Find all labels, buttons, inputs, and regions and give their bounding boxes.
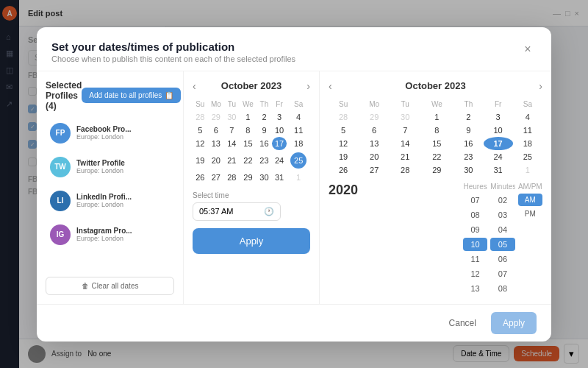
right-cal-day-2-2[interactable]: 14 [390, 137, 420, 150]
left-cal-day-3-2[interactable]: 21 [224, 150, 240, 171]
right-cal-day-2-0[interactable]: 12 [329, 137, 358, 150]
left-cal-day-4-1[interactable]: 27 [208, 171, 224, 184]
right-cal-day-4-1[interactable]: 27 [358, 163, 390, 177]
left-cal-day-1-1[interactable]: 6 [208, 124, 224, 137]
ampm-item-am[interactable]: AM [518, 194, 542, 206]
left-cal-day-1-5[interactable]: 10 [272, 124, 287, 137]
minute-item-08[interactable]: 08 [490, 282, 514, 295]
right-cal-day-4-2[interactable]: 28 [390, 163, 420, 177]
left-cal-day-2-4[interactable]: 16 [257, 137, 272, 150]
left-cal-day-3-6[interactable]: 25 [287, 150, 310, 171]
minute-item-07[interactable]: 07 [490, 267, 514, 280]
left-cal-day-2-1[interactable]: 13 [208, 137, 224, 150]
right-cal-day-3-2[interactable]: 21 [390, 150, 420, 163]
left-cal-day-2-3[interactable]: 15 [240, 137, 257, 150]
left-cal-day-4-2[interactable]: 28 [224, 171, 240, 184]
left-cal-day-1-3[interactable]: 8 [240, 124, 257, 137]
left-cal-day-0-1[interactable]: 29 [208, 110, 224, 124]
profile-card-facebook[interactable]: FP Facebook Pro... Europe: London [46, 118, 174, 148]
right-cal-day-0-6[interactable]: 4 [513, 110, 542, 124]
left-cal-day-3-5[interactable]: 24 [272, 150, 287, 171]
right-cal-day-0-0[interactable]: 28 [329, 110, 358, 124]
right-cal-day-2-3[interactable]: 15 [420, 137, 453, 150]
time-input[interactable]: 05:37 AM 🕐 [193, 202, 281, 221]
hour-item-10[interactable]: 10 [463, 238, 487, 251]
right-cal-day-2-5[interactable]: 17 [484, 137, 513, 150]
left-cal-day-1-6[interactable]: 11 [287, 124, 310, 137]
left-cal-day-0-6[interactable]: 4 [287, 110, 310, 124]
right-cal-day-4-4[interactable]: 30 [453, 163, 483, 177]
profile-card-twitter[interactable]: TW Twitter Profile Europe: London [46, 152, 174, 182]
right-cal-day-0-2[interactable]: 30 [390, 110, 420, 124]
apply-button[interactable]: Apply [193, 228, 310, 254]
left-cal-day-3-3[interactable]: 22 [240, 150, 257, 171]
apply-modal-button[interactable]: Apply [491, 312, 537, 334]
right-cal-day-3-0[interactable]: 19 [329, 150, 358, 163]
right-cal-day-3-6[interactable]: 25 [513, 150, 542, 163]
minute-item-06[interactable]: 06 [490, 252, 514, 266]
right-cal-day-1-3[interactable]: 8 [420, 124, 453, 137]
minute-item-03[interactable]: 03 [490, 208, 514, 222]
left-cal-day-3-1[interactable]: 20 [208, 150, 224, 171]
right-cal-day-1-6[interactable]: 11 [513, 124, 542, 137]
left-cal-day-4-3[interactable]: 29 [240, 171, 257, 184]
ampm-list[interactable]: AMPM [518, 194, 542, 220]
add-date-all-profiles-button[interactable]: Add date to all profiles 📋 [82, 88, 181, 103]
right-cal-day-2-4[interactable]: 16 [453, 137, 483, 150]
minutes-list[interactable]: 02030405060708 [490, 194, 514, 295]
right-cal-day-0-3[interactable]: 1 [420, 110, 453, 124]
left-cal-day-1-4[interactable]: 9 [257, 124, 272, 137]
right-cal-day-3-3[interactable]: 22 [420, 150, 453, 163]
right-cal-next-button[interactable]: › [539, 80, 542, 92]
left-cal-day-1-0[interactable]: 5 [193, 124, 208, 137]
minute-item-02[interactable]: 02 [490, 194, 514, 207]
right-cal-day-4-5[interactable]: 31 [484, 163, 513, 177]
cancel-button[interactable]: Cancel [440, 314, 485, 333]
left-cal-day-1-2[interactable]: 7 [224, 124, 240, 137]
minute-item-04[interactable]: 04 [490, 223, 514, 236]
right-cal-day-1-0[interactable]: 5 [329, 124, 358, 137]
left-cal-day-4-5[interactable]: 31 [272, 171, 287, 184]
ampm-item-pm[interactable]: PM [518, 208, 542, 220]
right-cal-day-4-3[interactable]: 29 [420, 163, 453, 177]
right-cal-day-1-1[interactable]: 6 [358, 124, 390, 137]
left-cal-next-button[interactable]: › [306, 80, 310, 92]
right-cal-day-2-6[interactable]: 18 [513, 137, 542, 150]
right-cal-day-0-1[interactable]: 29 [358, 110, 390, 124]
hour-item-13[interactable]: 13 [463, 282, 487, 295]
right-cal-day-2-1[interactable]: 13 [358, 137, 390, 150]
left-cal-day-2-2[interactable]: 14 [224, 137, 240, 150]
right-cal-day-1-4[interactable]: 9 [453, 124, 483, 137]
left-cal-day-3-0[interactable]: 19 [193, 150, 208, 171]
right-cal-prev-button[interactable]: ‹ [329, 80, 332, 92]
right-cal-day-3-1[interactable]: 20 [358, 150, 390, 163]
left-cal-day-0-2[interactable]: 30 [224, 110, 240, 124]
left-cal-day-4-0[interactable]: 26 [193, 171, 208, 184]
left-cal-day-2-5[interactable]: 17 [272, 137, 287, 150]
right-cal-day-4-0[interactable]: 26 [329, 163, 358, 177]
left-cal-day-0-3[interactable]: 1 [240, 110, 257, 124]
hour-item-12[interactable]: 12 [463, 267, 487, 280]
right-cal-day-0-5[interactable]: 3 [484, 110, 513, 124]
left-cal-day-2-0[interactable]: 12 [193, 137, 208, 150]
hours-list[interactable]: 07080910111213 [463, 194, 487, 295]
left-cal-day-0-0[interactable]: 28 [193, 110, 208, 124]
right-cal-day-3-5[interactable]: 24 [484, 150, 513, 163]
hour-item-08[interactable]: 08 [463, 208, 487, 222]
minute-item-05[interactable]: 05 [490, 238, 514, 251]
left-cal-prev-button[interactable]: ‹ [193, 80, 196, 92]
hour-item-09[interactable]: 09 [463, 223, 487, 236]
left-cal-day-0-4[interactable]: 2 [257, 110, 272, 124]
modal-close-button[interactable]: × [519, 40, 537, 58]
hour-item-07[interactable]: 07 [463, 194, 487, 207]
left-cal-day-2-6[interactable]: 18 [287, 137, 310, 150]
right-cal-day-3-4[interactable]: 23 [453, 150, 483, 163]
left-cal-day-3-4[interactable]: 23 [257, 150, 272, 171]
left-cal-day-4-4[interactable]: 30 [257, 171, 272, 184]
right-cal-day-1-5[interactable]: 10 [484, 124, 513, 137]
clear-dates-button[interactable]: 🗑 Clear all dates [46, 277, 174, 295]
right-cal-day-1-2[interactable]: 7 [390, 124, 420, 137]
left-cal-day-0-5[interactable]: 3 [272, 110, 287, 124]
right-cal-day-0-4[interactable]: 2 [453, 110, 483, 124]
profile-card-instagram[interactable]: IG Instagram Pro... Europe: London [46, 220, 174, 250]
